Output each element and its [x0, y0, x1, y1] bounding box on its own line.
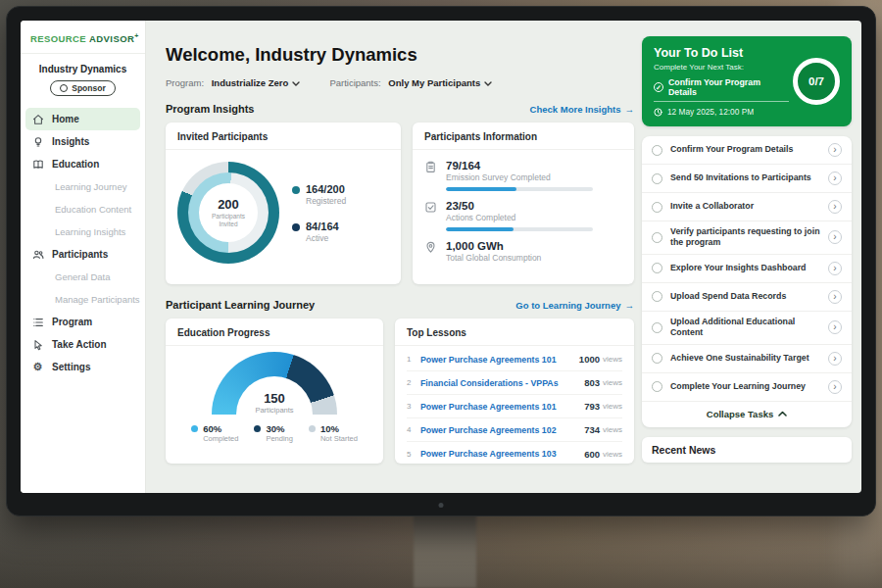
legend-completed: 60% Completed: [191, 423, 238, 443]
book-icon: [31, 159, 44, 171]
clipboard-icon: [424, 160, 437, 191]
task-checkbox[interactable]: [652, 202, 662, 213]
not-started-dot: [309, 425, 316, 432]
participants-select[interactable]: Only My Participants: [388, 77, 492, 88]
task-checkbox[interactable]: [652, 322, 662, 333]
legend-pending: 30% Pending: [254, 423, 293, 443]
lesson-link[interactable]: Financial Considerations - VPPAs: [420, 378, 584, 388]
chevron-right-icon[interactable]: ›: [828, 172, 842, 185]
sidebar-item-education[interactable]: Education: [21, 153, 145, 175]
camera-dot: [439, 503, 444, 508]
home-icon: [31, 114, 44, 125]
task-row-verify-participants[interactable]: Verify participants requesting to join t…: [642, 221, 852, 255]
sponsor-label: Sponsor: [72, 83, 105, 93]
go-to-learning-journey-link[interactable]: Go to Learning Journey →: [515, 300, 634, 311]
logo-plus: +: [134, 32, 139, 39]
sidebar-item-manage-participants[interactable]: Manage Participants: [21, 288, 145, 311]
learning-journey-title: Participant Learning Journey: [166, 299, 315, 311]
chevron-right-icon[interactable]: ›: [828, 143, 842, 157]
gauge-center: 150 Participants: [212, 392, 337, 415]
top-lessons-title: Top Lessons: [395, 318, 634, 346]
chevron-up-icon: [778, 411, 787, 416]
task-row-upload-educational-content[interactable]: Upload Additional Educational Content ›: [642, 312, 852, 345]
sidebar-item-education-content[interactable]: Education Content: [21, 198, 145, 220]
emission-survey-progressbar: [446, 187, 593, 191]
chevron-right-icon[interactable]: ›: [828, 230, 842, 244]
task-row-confirm-program[interactable]: Confirm Your Program Details ›: [642, 136, 852, 165]
task-checkbox[interactable]: [652, 291, 662, 302]
completed-dot: [191, 425, 198, 432]
invited-participants-donut: 200 Participants Invited: [177, 162, 279, 264]
task-checkbox[interactable]: [652, 353, 662, 364]
participants-filter-label: Participants:: [329, 77, 380, 88]
chevron-right-icon[interactable]: ›: [828, 352, 842, 366]
sidebar-item-settings[interactable]: ⚙ Settings: [21, 356, 145, 378]
sidebar-item-program[interactable]: Program: [21, 311, 145, 333]
chevron-down-icon: [292, 77, 300, 88]
arrow-right-icon: →: [625, 300, 635, 311]
legend-registered: 164/200 Registered: [292, 183, 346, 206]
task-row-upload-spend-data[interactable]: Upload Spend Data Records ›: [642, 283, 852, 312]
task-checkbox[interactable]: [652, 145, 662, 156]
stat-global-consumption: 1,000 GWh Total Global Consumption: [424, 240, 622, 263]
list-icon: [31, 317, 44, 328]
task-row-complete-learning-journey[interactable]: Complete Your Learning Journey ›: [642, 373, 852, 402]
sidebar-item-general-data[interactable]: General Data: [21, 266, 145, 288]
actions-completed-progressbar: [446, 227, 593, 231]
sidebar-item-take-action[interactable]: Take Action: [21, 333, 145, 356]
sponsor-icon: [60, 84, 68, 92]
todo-next-time: 12 May 2025, 12:00 PM: [654, 107, 840, 117]
task-row-invite-collaborator[interactable]: Invite a Collaborator ›: [642, 193, 852, 221]
sidebar-item-participants[interactable]: Participants: [21, 243, 145, 266]
invited-participants-title: Invited Participants: [166, 122, 401, 150]
chevron-right-icon[interactable]: ›: [828, 380, 842, 394]
learning-journey-header: Participant Learning Journey Go to Learn…: [166, 299, 634, 311]
lesson-link[interactable]: Power Purchase Agreements 102: [420, 425, 584, 435]
monitor-bezel: RESOURCE ADVISOR+ Industry Dynamics Spon…: [6, 6, 876, 516]
collapse-tasks-button[interactable]: Collapse Tasks: [642, 402, 852, 427]
lesson-row: 5 Power Purchase Agreements 103 600 view…: [407, 442, 622, 466]
learning-cards-row: Education Progress 150 Participants 60%: [166, 318, 634, 464]
task-checkbox[interactable]: [652, 381, 662, 392]
sponsor-badge[interactable]: Sponsor: [50, 80, 115, 96]
top-lessons-card: Top Lessons 1 Power Purchase Agreements …: [395, 318, 634, 464]
recent-news-header[interactable]: Recent News: [642, 437, 852, 463]
task-checkbox[interactable]: [652, 263, 662, 273]
sidebar-item-learning-insights[interactable]: Learning Insights: [21, 220, 145, 243]
app-logo: RESOURCE ADVISOR+: [21, 21, 145, 54]
sidebar-nav: Home Insights Education Learning Journey…: [21, 108, 145, 378]
lightbulb-icon: [31, 136, 44, 148]
lesson-link[interactable]: Power Purchase Agreements 101: [420, 402, 584, 412]
gauge-legend: 60% Completed 30% Pending: [166, 423, 383, 443]
chevron-right-icon[interactable]: ›: [828, 290, 842, 304]
task-row-send-invitations[interactable]: Send 50 Invitations to Participants ›: [642, 165, 852, 193]
program-select[interactable]: Industrialize Zero: [212, 77, 301, 88]
task-checkbox[interactable]: [652, 232, 662, 243]
todo-next-task[interactable]: ✓ Confirm Your Program Details: [654, 77, 789, 102]
invited-participants-card: Invited Participants 200 Participants In…: [166, 122, 401, 284]
chevron-down-icon: [484, 77, 492, 88]
lesson-link[interactable]: Power Purchase Agreements 103: [420, 449, 584, 459]
todo-summary-card: Your To Do List Complete Your Next Task:…: [642, 36, 852, 126]
lesson-row: 3 Power Purchase Agreements 101 793 view…: [407, 395, 622, 418]
sidebar: RESOURCE ADVISOR+ Industry Dynamics Spon…: [21, 21, 146, 493]
sidebar-item-learning-journey[interactable]: Learning Journey: [21, 175, 145, 198]
chevron-right-icon[interactable]: ›: [828, 320, 842, 334]
lesson-link[interactable]: Power Purchase Agreements 101: [420, 355, 579, 365]
check-more-insights-link[interactable]: Check More Insights →: [530, 104, 634, 115]
logo-text-secondary: ADVISOR: [89, 33, 134, 44]
task-checkbox[interactable]: [652, 173, 662, 184]
legend-not-started: 10% Not Started: [309, 423, 358, 443]
main-content: Welcome, Industry Dynamics Program: Indu…: [166, 28, 634, 464]
chevron-right-icon[interactable]: ›: [828, 262, 842, 275]
task-row-explore-insights[interactable]: Explore Your Insights Dashboard ›: [642, 255, 852, 283]
chevron-right-icon[interactable]: ›: [828, 200, 842, 214]
logo-text-primary: RESOURCE: [30, 33, 86, 44]
pointer-icon: [31, 339, 44, 351]
task-row-achieve-target[interactable]: Achieve One Sustainability Target ›: [642, 345, 852, 373]
sidebar-item-insights[interactable]: Insights: [21, 130, 145, 153]
registered-dot: [292, 186, 300, 194]
sidebar-item-home[interactable]: Home: [25, 108, 140, 130]
program-filter-label: Program:: [166, 77, 204, 88]
donut-legend: 164/200 Registered 84/164 Active: [292, 183, 346, 243]
